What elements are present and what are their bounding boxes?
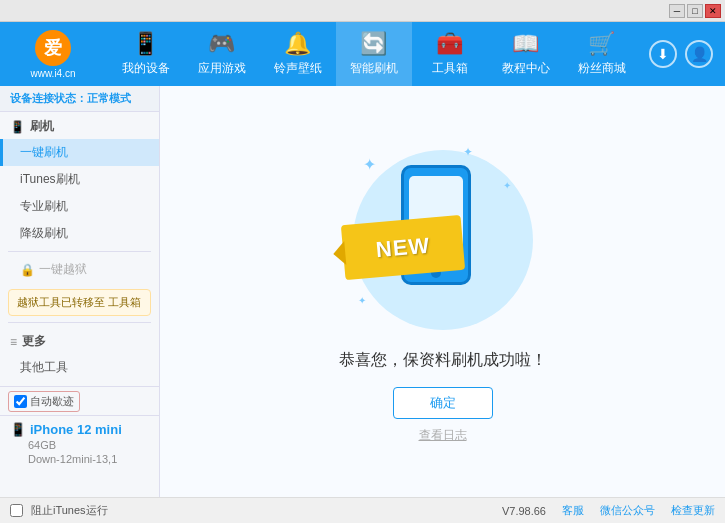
check-update-link[interactable]: 检查更新 xyxy=(671,503,715,518)
apps-icon: 🎮 xyxy=(208,31,235,57)
sidebar-item-other-tools[interactable]: 其他工具 xyxy=(0,354,159,381)
nav-item-fan-store[interactable]: 🛒 粉丝商城 xyxy=(564,22,640,86)
nav-item-toolbox[interactable]: 🧰 工具箱 xyxy=(412,22,488,86)
header: 爱 www.i4.cn 📱 我的设备 🎮 应用游戏 🔔 铃声壁纸 🔄 智能刷机 … xyxy=(0,22,725,86)
device-name: 📱 iPhone 12 mini xyxy=(10,422,149,437)
nav-label-tutorials: 教程中心 xyxy=(502,60,550,77)
more-label: 更多 xyxy=(22,333,46,350)
content-area: ✦ ✦ ✦ ✦ NEW 恭喜您，保资料刷机成功啦！ 确定 查看日志 xyxy=(160,86,725,497)
stop-itunes-checkbox[interactable] xyxy=(10,504,23,517)
connection-status: 设备连接状态：正常模式 xyxy=(0,86,159,112)
footer-left: 阻止iTunes运行 xyxy=(10,503,108,518)
device-section: 📱 iPhone 12 mini 64GB Down-12mini-13,1 xyxy=(0,415,160,471)
nav-label-my-device: 我的设备 xyxy=(122,60,170,77)
sidebar-locked-jailbreak: 🔒 一键越狱 xyxy=(0,256,159,283)
auto-launch-checkbox[interactable] xyxy=(14,395,27,408)
nav-item-apps-games[interactable]: 🎮 应用游戏 xyxy=(184,22,260,86)
success-illustration: ✦ ✦ ✦ ✦ NEW xyxy=(333,140,553,340)
service-link[interactable]: 客服 xyxy=(562,503,584,518)
new-ribbon: NEW xyxy=(340,214,464,279)
sparkle-1: ✦ xyxy=(363,155,376,174)
minimize-button[interactable]: ─ xyxy=(669,4,685,18)
user-button[interactable]: 👤 xyxy=(685,40,713,68)
more-section-header: ≡ 更多 xyxy=(0,327,159,354)
nav-item-my-device[interactable]: 📱 我的设备 xyxy=(108,22,184,86)
device-storage: 64GB xyxy=(10,439,149,451)
new-badge-text: NEW xyxy=(374,232,430,263)
nav-item-smart-flash[interactable]: 🔄 智能刷机 xyxy=(336,22,412,86)
title-bar: ─ □ ✕ xyxy=(0,0,725,22)
sparkle-4: ✦ xyxy=(358,295,366,306)
maximize-button[interactable]: □ xyxy=(687,4,703,18)
nav-label-fan-store: 粉丝商城 xyxy=(578,60,626,77)
success-message: 恭喜您，保资料刷机成功啦！ xyxy=(339,350,547,371)
flash-section-icon: 📱 xyxy=(10,120,25,134)
connection-value: 正常模式 xyxy=(87,92,131,104)
sidebar-item-pro-flash[interactable]: 专业刷机 xyxy=(0,193,159,220)
checkbox-auto-launch[interactable]: 自动歇迹 xyxy=(8,391,80,412)
nav-right-buttons: ⬇ 👤 xyxy=(649,40,713,68)
nav-label-ringtones: 铃声壁纸 xyxy=(274,60,322,77)
nav-item-tutorials[interactable]: 📖 教程中心 xyxy=(488,22,564,86)
toolbox-icon: 🧰 xyxy=(436,31,463,57)
device-icon: 📱 xyxy=(10,422,26,437)
logo-icon: 爱 xyxy=(35,30,71,66)
sidebar-item-downgrade[interactable]: 降级刷机 xyxy=(0,220,159,247)
smart-flash-icon: 🔄 xyxy=(360,31,387,57)
stop-itunes-label: 阻止iTunes运行 xyxy=(31,503,108,518)
confirm-button[interactable]: 确定 xyxy=(393,387,493,419)
close-button[interactable]: ✕ xyxy=(705,4,721,18)
logo-subtitle: www.i4.cn xyxy=(30,68,75,79)
nav-label-toolbox: 工具箱 xyxy=(432,60,468,77)
nav-label-smart-flash: 智能刷机 xyxy=(350,60,398,77)
sidebar-item-one-click[interactable]: 一键刷机 xyxy=(0,139,159,166)
logo-area: 爱 www.i4.cn xyxy=(8,30,98,79)
daily-log-link[interactable]: 查看日志 xyxy=(419,427,467,444)
sidebar-item-itunes[interactable]: iTunes刷机 xyxy=(0,166,159,193)
sparkle-2: ✦ xyxy=(463,145,473,159)
flash-section-header: 📱 刷机 xyxy=(0,112,159,139)
nav-items: 📱 我的设备 🎮 应用游戏 🔔 铃声壁纸 🔄 智能刷机 🧰 工具箱 📖 教程中心… xyxy=(98,22,649,86)
sidebar-info-box: 越狱工具已转移至 工具箱 xyxy=(8,289,151,316)
connection-label: 设备连接状态： xyxy=(10,92,87,104)
flash-section-label: 刷机 xyxy=(30,118,54,135)
ringtones-icon: 🔔 xyxy=(284,31,311,57)
sparkle-3: ✦ xyxy=(503,180,511,191)
download-button[interactable]: ⬇ xyxy=(649,40,677,68)
info-text: 越狱工具已转移至 工具箱 xyxy=(17,296,141,308)
fan-store-icon: 🛒 xyxy=(588,31,615,57)
lock-icon: 🔒 xyxy=(20,263,35,277)
version-text: V7.98.66 xyxy=(502,505,546,517)
tutorials-icon: 📖 xyxy=(512,31,539,57)
nav-item-ringtones[interactable]: 🔔 铃声壁纸 xyxy=(260,22,336,86)
auto-launch-label: 自动歇迹 xyxy=(30,394,74,409)
footer-right: V7.98.66 客服 微信公众号 检查更新 xyxy=(502,503,715,518)
device-system: Down-12mini-13,1 xyxy=(10,453,149,465)
sidebar-divider-1 xyxy=(8,251,151,252)
footer: 阻止iTunes运行 V7.98.66 客服 微信公众号 检查更新 xyxy=(0,497,725,523)
my-device-icon: 📱 xyxy=(132,31,159,57)
wechat-link[interactable]: 微信公众号 xyxy=(600,503,655,518)
sidebar-divider-2 xyxy=(8,322,151,323)
nav-label-apps: 应用游戏 xyxy=(198,60,246,77)
